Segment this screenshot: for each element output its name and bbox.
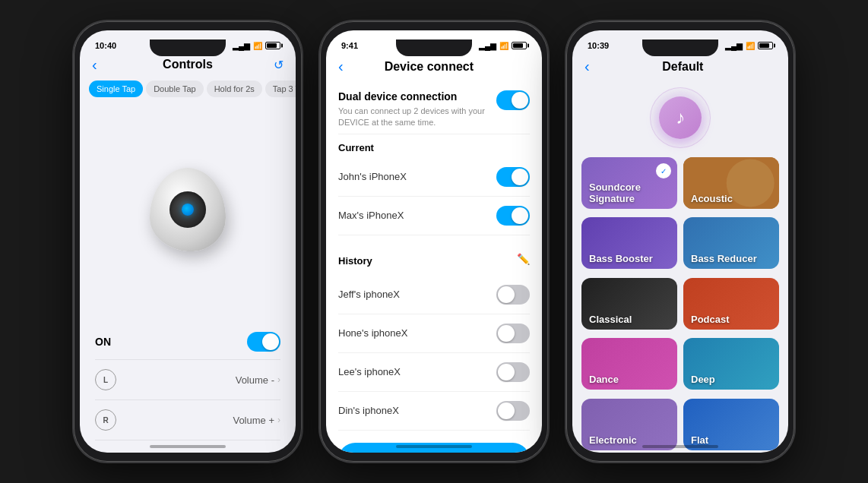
page-title-3: Default	[590, 60, 776, 74]
back-button-3[interactable]: ‹	[584, 58, 590, 75]
back-button[interactable]: ‹	[92, 56, 97, 74]
notch-3	[642, 39, 718, 56]
lee-toggle[interactable]	[496, 362, 530, 382]
preset-dance[interactable]: Dance	[581, 338, 677, 390]
left-control-item[interactable]: L Volume - ›	[95, 360, 280, 400]
back-button-2[interactable]: ‹	[338, 58, 344, 75]
preset-dance-label: Dance	[581, 369, 677, 390]
din-device-name: Din's iphoneX	[338, 405, 399, 416]
presets-grid: ✓ Soundcore Signature Acoustic Bass Boos…	[572, 157, 788, 453]
history-label: History	[338, 255, 372, 267]
signal-icon-2: ▂▄▆	[479, 42, 496, 50]
preset-acoustic-label: Acoustic	[683, 188, 779, 209]
wifi-icon: 📶	[253, 42, 262, 50]
preset-classical-label: Classical	[581, 309, 677, 330]
preset-acoustic[interactable]: Acoustic	[683, 157, 779, 209]
preset-electronic[interactable]: Electronic	[581, 399, 677, 450]
wifi-icon-2: 📶	[499, 42, 508, 50]
chevron-right-icon-2: ›	[277, 415, 280, 425]
phone1-navbar: ‹ Controls ↺	[80, 53, 296, 77]
time-2: 9:41	[341, 41, 358, 50]
lee-device-name: Lee's iphoneX	[338, 366, 401, 377]
status-icons-3: ▂▄▆ 📶	[725, 42, 773, 50]
phone2-screen: 9:41 ▂▄▆ 📶 ‹ Device connect Dual device …	[326, 30, 542, 453]
controls-bottom: ON L Volume - › R Volume + ›	[80, 318, 296, 453]
signal-icon-3: ▂▄▆	[725, 42, 743, 50]
preset-bass-reducer-label: Bass Reducer	[683, 248, 779, 269]
preset-electronic-label: Electronic	[581, 430, 677, 450]
john-device-name: John's iPhoneX	[338, 171, 407, 182]
time: 10:40	[95, 41, 116, 50]
max-toggle[interactable]	[496, 206, 530, 226]
battery-icon-2	[512, 42, 527, 49]
jeff-device-name: Jeff's iphoneX	[338, 289, 400, 300]
preset-soundcore-label: Soundcore Signature	[581, 177, 677, 209]
dual-connection-row: Dual device connection You can connect u…	[338, 81, 530, 134]
tab-double-tap[interactable]: Double Tap	[146, 80, 203, 97]
jeff-toggle[interactable]	[496, 285, 530, 305]
phone-default: 10:39 ▂▄▆ 📶 ‹ Default ♪	[566, 21, 794, 462]
on-toggle-row: ON	[95, 324, 280, 360]
din-toggle[interactable]	[496, 401, 530, 421]
phone2-navbar: ‹ Device connect	[326, 53, 542, 81]
notch-2	[396, 39, 472, 56]
left-control-label: Volume -	[125, 374, 274, 386]
dual-toggle[interactable]	[496, 90, 530, 110]
on-toggle[interactable]	[247, 332, 280, 352]
earbud-inner	[169, 191, 206, 228]
notch	[150, 39, 226, 56]
john-toggle[interactable]	[496, 167, 530, 187]
preset-flat[interactable]: Flat	[683, 399, 779, 450]
device-max: Max's iPhoneX	[338, 197, 530, 235]
hone-toggle[interactable]	[496, 324, 530, 343]
refresh-button[interactable]: ↺	[274, 58, 284, 72]
edit-icon[interactable]: ✏️	[517, 253, 530, 265]
preset-podcast[interactable]: Podcast	[683, 278, 779, 330]
preset-bass-reducer[interactable]: Bass Reducer	[683, 217, 779, 269]
status-icons: ▂▄▆ 📶	[233, 42, 280, 50]
tab-hold-2s[interactable]: Hold for 2s	[207, 80, 262, 97]
history-header: History ✏️	[338, 248, 530, 271]
music-circle-outer: ♪	[650, 87, 711, 148]
status-icons-2: ▂▄▆ 📶	[479, 42, 527, 50]
chevron-right-icon: ›	[277, 374, 280, 385]
phone1-screen: 10:40 ▂▄▆ 📶 ‹ Controls ↺ Single Tap Doub…	[80, 30, 296, 453]
device-din: Din's iphoneX	[338, 392, 530, 431]
home-indicator-2	[396, 445, 472, 448]
preset-soundcore-signature[interactable]: ✓ Soundcore Signature	[581, 157, 677, 209]
page-title-2: Device connect	[350, 60, 508, 74]
device-john: John's iPhoneX	[338, 158, 530, 197]
preset-flat-label: Flat	[683, 430, 779, 450]
on-label: ON	[95, 336, 111, 348]
phone-device-connect: 9:41 ▂▄▆ 📶 ‹ Device connect Dual device …	[320, 21, 548, 462]
device-hone: Hone's iphoneX	[338, 314, 530, 353]
home-indicator	[150, 445, 226, 448]
tab-single-tap[interactable]: Single Tap	[89, 80, 143, 97]
right-icon: R	[95, 409, 116, 431]
tab-tap-3[interactable]: Tap 3 Ti...	[265, 80, 296, 97]
earbud-dot	[182, 204, 194, 216]
preset-deep[interactable]: Deep	[683, 338, 779, 390]
dual-desc: You can connect up 2 devices with your D…	[338, 106, 489, 129]
earbud-area	[80, 100, 296, 318]
preset-classical[interactable]: Classical	[581, 278, 677, 330]
phone-controls: 10:40 ▂▄▆ 📶 ‹ Controls ↺ Single Tap Doub…	[74, 21, 302, 462]
right-control-item[interactable]: R Volume + ›	[95, 400, 280, 440]
battery-icon-3	[758, 42, 773, 49]
max-device-name: Max's iPhoneX	[338, 210, 404, 221]
selected-checkmark: ✓	[656, 163, 671, 178]
preset-bass-booster[interactable]: Bass Booster	[581, 217, 677, 269]
history-section: History ✏️ Jeff's iphoneX Hone's iphoneX…	[338, 248, 530, 431]
device-connect-content: Dual device connection You can connect u…	[326, 81, 542, 453]
phone3-screen: 10:39 ▂▄▆ 📶 ‹ Default ♪	[572, 30, 788, 453]
battery-icon	[265, 42, 280, 49]
preset-bass-booster-label: Bass Booster	[581, 248, 677, 269]
phone3-navbar: ‹ Default	[572, 53, 788, 81]
phones-container: 10:40 ▂▄▆ 📶 ‹ Controls ↺ Single Tap Doub…	[74, 21, 794, 462]
time-3: 10:39	[588, 41, 609, 50]
left-icon: L	[95, 369, 116, 390]
music-icon-area: ♪	[572, 81, 788, 157]
device-lee: Lee's iphoneX	[338, 353, 530, 392]
signal-icon: ▂▄▆	[233, 42, 250, 50]
current-label: Current	[338, 142, 530, 153]
